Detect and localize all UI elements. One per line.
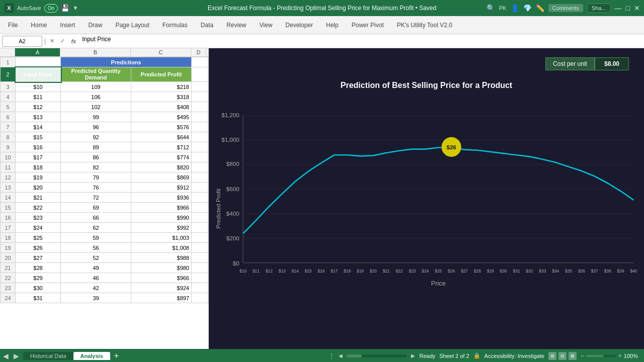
zoom-out-button[interactable]: − (581, 352, 584, 359)
cell-a1[interactable] (16, 57, 61, 67)
col-header-a[interactable]: A (15, 48, 60, 56)
table-row: 15$2269$966 (1, 203, 208, 213)
table-row: 22$2946$966 (1, 273, 208, 283)
scroll-right-icon[interactable]: ▶ (411, 353, 415, 358)
col-header-b[interactable]: B (60, 48, 131, 56)
cost-info-row: Cost per unit $8.00 (545, 57, 629, 70)
sheet-options-icon[interactable]: ⋮ (329, 352, 335, 359)
search-icon[interactable]: 🔍 (487, 4, 495, 12)
row-num: 13 (1, 183, 16, 193)
normal-view-icon[interactable]: ⊞ (548, 352, 556, 360)
tab-insert[interactable]: Insert (54, 20, 81, 31)
row-num-1: 1 (1, 57, 16, 67)
maximize-button[interactable]: □ (626, 4, 630, 12)
tab-pk-utility[interactable]: PK's Utility Tool V2.0 (391, 20, 458, 31)
nav-right-arrow[interactable]: ▶ (12, 352, 21, 360)
tab-developer[interactable]: Developer (279, 20, 319, 31)
svg-text:$200: $200 (226, 235, 239, 241)
tab-power-pivot[interactable]: Power Pivot (346, 20, 390, 31)
table-row: 10$1786$774 (1, 152, 208, 162)
svg-text:$37: $37 (591, 268, 598, 274)
window-title: Excel Forecast Formula - Predicting Opti… (163, 5, 481, 12)
status-bar: ◀ ▶ Historical Data Analysis + ⋮ ◀ ▶ Rea… (0, 349, 644, 362)
scroll-bar[interactable] (347, 354, 407, 357)
data-table: 1 Predictions 2 Input Price Predicted Qu… (0, 57, 208, 303)
svg-text:$23: $23 (409, 268, 416, 274)
autosave-toggle[interactable]: On (44, 4, 58, 13)
confirm-icon[interactable]: ✓ (58, 38, 67, 44)
title-bar-right: 🔍 PK 👤 💎 ✏️ Comments Sha... — □ ✕ (481, 4, 640, 13)
svg-text:$13: $13 (279, 268, 286, 274)
cell-c2[interactable]: Predicted Profit (131, 67, 192, 82)
cell-d2[interactable] (192, 67, 208, 82)
table-row: 19$2656$1,008 (1, 243, 208, 253)
tab-formulas[interactable]: Formulas (156, 20, 194, 31)
chart-svg: $1,200 $1,000 $800 $600 $400 $200 $0 Pre… (214, 93, 639, 335)
close-button[interactable]: ✕ (634, 4, 640, 12)
table-row: 4$11106$318 (1, 92, 208, 102)
status-bar-right: ⋮ ◀ ▶ Ready Sheet 2 of 2 🔒 Accessibility… (323, 352, 644, 360)
table-row: 20$2752$988 (1, 253, 208, 263)
pen-icon[interactable]: ✏️ (536, 4, 544, 12)
page-layout-icon[interactable]: ⊟ (558, 352, 567, 360)
svg-text:$33: $33 (539, 268, 546, 274)
sheet-info: Sheet 2 of 2 (439, 353, 469, 359)
table-row: 16$2366$990 (1, 213, 208, 223)
tab-help[interactable]: Help (320, 20, 345, 31)
zoom-percent: 100% (624, 353, 638, 359)
tab-view[interactable]: View (254, 20, 279, 31)
svg-text:$400: $400 (226, 210, 239, 217)
table-row: 3$10109$218 (1, 82, 208, 92)
svg-text:$22: $22 (396, 268, 403, 274)
toolbar-icon-2[interactable]: ▼ (72, 5, 78, 12)
page-break-icon[interactable]: ⊠ (569, 352, 577, 360)
table-row: 18$2559$1,003 (1, 233, 208, 243)
share-button[interactable]: Sha... (587, 4, 611, 13)
tab-data[interactable]: Data (195, 20, 219, 31)
svg-text:$11: $11 (253, 268, 260, 274)
row-num: 14 (1, 193, 16, 203)
tab-file[interactable]: File (2, 20, 24, 31)
svg-text:$34: $34 (552, 268, 559, 274)
cell-d1[interactable] (192, 57, 208, 67)
comments-button[interactable]: Comments (548, 4, 583, 12)
table-row: 6$1399$495 (1, 112, 208, 122)
cancel-icon[interactable]: ✕ (48, 38, 56, 44)
svg-text:$39: $39 (617, 268, 624, 274)
svg-text:$1,000: $1,000 (221, 136, 239, 143)
svg-text:$1,200: $1,200 (221, 112, 239, 118)
svg-text:$17: $17 (331, 268, 338, 274)
cell-b2[interactable]: Predicted QuantityDemand (61, 67, 131, 82)
tab-home[interactable]: Home (25, 20, 53, 31)
col-header-d[interactable]: D (191, 48, 206, 56)
tab-page-layout[interactable]: Page Layout (109, 20, 155, 31)
minimize-button[interactable]: — (615, 4, 622, 12)
sheet-tab-analysis[interactable]: Analysis (73, 352, 110, 360)
accessibility-text[interactable]: Accessibility: Investigate (485, 353, 544, 359)
add-sheet-button[interactable]: + (110, 351, 123, 360)
svg-text:$18: $18 (344, 268, 351, 274)
row-num: 6 (1, 112, 16, 122)
cell-a2[interactable]: Input Price (16, 67, 61, 82)
col-header-c[interactable]: C (131, 48, 191, 56)
scroll-thumb[interactable] (347, 354, 362, 357)
table-row: 21$2849$980 (1, 263, 208, 273)
zoom-slider[interactable] (586, 355, 616, 357)
scroll-left-icon[interactable]: ◀ (339, 353, 343, 358)
tab-draw[interactable]: Draw (82, 20, 108, 31)
nav-left-arrow[interactable]: ◀ (0, 352, 12, 360)
tab-review[interactable]: Review (220, 20, 252, 31)
sheet-tab-historical[interactable]: Historical Data (23, 352, 73, 360)
zoom-in-button[interactable]: + (618, 352, 622, 359)
toolbar-icon-1[interactable]: 💾 (61, 4, 69, 12)
svg-text:$24: $24 (422, 268, 429, 274)
chart-area: Cost per unit $8.00 Prediction of Best S… (209, 48, 644, 349)
svg-text:$21: $21 (383, 268, 390, 274)
autosave-label: AutoSave (17, 5, 41, 11)
formula-content[interactable]: Input Price (80, 36, 642, 47)
fx-icon[interactable]: fx (69, 38, 78, 44)
name-box[interactable]: A2 (2, 36, 42, 47)
svg-text:$27: $27 (461, 268, 468, 274)
svg-text:Price: Price (431, 280, 446, 287)
gem-icon[interactable]: 💎 (523, 4, 532, 12)
